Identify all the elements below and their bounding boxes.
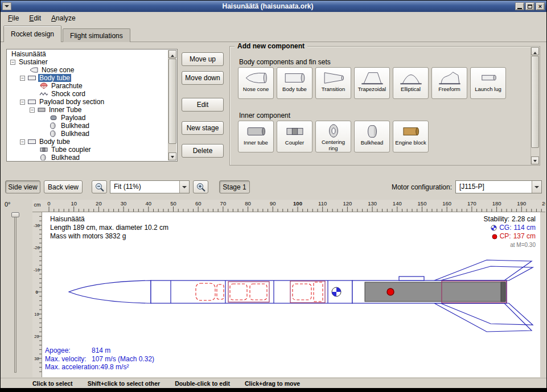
add-freeform-button[interactable]: Freeform bbox=[431, 67, 467, 99]
fin-lower bbox=[434, 303, 532, 332]
component-scrollbar-thumb[interactable] bbox=[531, 56, 539, 148]
zoom-in-button[interactable] bbox=[193, 180, 208, 193]
add-transition-button[interactable]: Transition bbox=[315, 67, 351, 99]
magnifier-icon bbox=[94, 182, 105, 192]
rotation-slider[interactable] bbox=[14, 212, 17, 373]
edit-button[interactable]: Edit bbox=[182, 98, 224, 112]
rotation-angle-label: 0° bbox=[5, 201, 11, 208]
tree-item-body-tube[interactable]: −Body tube bbox=[8, 138, 168, 146]
body-tube-icon bbox=[27, 98, 36, 105]
zoom-out-button[interactable] bbox=[92, 180, 107, 193]
motor-nozzle bbox=[501, 282, 505, 302]
add-trapezoidal-button[interactable]: Trapezoidal bbox=[354, 67, 390, 99]
tree-item-bulkhead[interactable]: Bulkhead bbox=[8, 154, 168, 160]
tree-item-shock-cord[interactable]: Shock cord bbox=[8, 90, 168, 98]
zoom-select[interactable]: Fit (11%) bbox=[110, 180, 190, 193]
maximize-button[interactable] bbox=[525, 2, 534, 10]
coupler-icon bbox=[39, 146, 48, 153]
vertical-ruler: -30-20-100102030 bbox=[32, 212, 42, 377]
tree-item-label: Shock cord bbox=[50, 90, 87, 98]
add-engine-block-button[interactable]: Engine block bbox=[393, 121, 429, 152]
tab-bar: Rocket design Flight simulations bbox=[3, 26, 131, 42]
rocket-name: Haisunäätä bbox=[50, 215, 168, 224]
scroll-up-icon[interactable] bbox=[531, 47, 539, 55]
add-bulkhead-button[interactable]: Bulkhead bbox=[354, 121, 390, 152]
component-button-label: Body tube bbox=[282, 86, 307, 92]
add-nose-cone-button[interactable]: Nose cone bbox=[238, 67, 274, 99]
titlebar[interactable]: Haisunäätä (haisunaata.ork) × bbox=[1, 1, 546, 12]
elliptical-fin-icon bbox=[398, 69, 423, 86]
move-up-button[interactable]: Move up bbox=[182, 52, 224, 66]
ruler-unit-label: cm bbox=[32, 200, 42, 212]
tree-expander-icon[interactable]: − bbox=[20, 100, 25, 105]
tree-item-bulkhead[interactable]: Bulkhead bbox=[8, 122, 168, 130]
add-launch-lug-button[interactable]: Launch lug bbox=[470, 67, 506, 99]
svg-text:100: 100 bbox=[293, 200, 302, 207]
rocket-info: Haisunäätä Length 189 cm, max. diameter … bbox=[50, 215, 168, 241]
motor-configuration-select[interactable]: [J115-P] bbox=[455, 180, 542, 193]
tree-item-label: Sustainer bbox=[18, 58, 49, 66]
scroll-down-icon[interactable] bbox=[168, 152, 176, 160]
menu-edit[interactable]: Edit bbox=[24, 13, 46, 24]
add-coupler-button[interactable]: Coupler bbox=[277, 121, 312, 152]
tree-item-sustainer[interactable]: −Sustainer bbox=[8, 58, 168, 66]
motor-configuration-value: [J115-P] bbox=[456, 181, 532, 193]
launch-lug-icon bbox=[476, 69, 501, 86]
delete-button[interactable]: Delete bbox=[182, 144, 224, 158]
apogee-row: Apogee:814 m bbox=[45, 346, 154, 355]
status-click-drag: Click+drag to move bbox=[245, 380, 300, 387]
add-centering-ring-button[interactable]: Centering ring bbox=[315, 121, 351, 152]
minimize-button[interactable] bbox=[515, 2, 524, 10]
tree-item-label: Payload bbox=[60, 114, 87, 122]
chevron-down-icon[interactable] bbox=[532, 181, 541, 193]
scroll-down-icon[interactable] bbox=[531, 156, 539, 164]
tree-expander-icon[interactable]: − bbox=[30, 108, 35, 113]
tree-item-parachute[interactable]: Parachute bbox=[8, 82, 168, 90]
add-body-tube-button[interactable]: Body tube bbox=[277, 67, 312, 99]
tree-item-body-tube[interactable]: −Body tube bbox=[8, 74, 168, 82]
component-panel-scrollbar[interactable] bbox=[530, 47, 539, 164]
payload-icon bbox=[49, 114, 58, 121]
scroll-up-icon[interactable] bbox=[168, 50, 176, 58]
tree-item-haisun-t[interactable]: Haisunäätä bbox=[8, 50, 168, 58]
component-button-label: Launch lug bbox=[475, 86, 501, 92]
tree-expander-icon[interactable]: − bbox=[20, 139, 25, 145]
chevron-down-icon[interactable] bbox=[179, 181, 189, 193]
rotation-slider-handle[interactable] bbox=[11, 212, 19, 217]
tree-expander-icon[interactable]: − bbox=[20, 76, 25, 81]
tree-item-inner-tube[interactable]: −Inner Tube bbox=[8, 106, 168, 114]
menubar: File Edit Analyze bbox=[1, 12, 546, 24]
side-view-button[interactable]: Side view bbox=[5, 180, 40, 193]
window-frame: Haisunäätä (haisunaata.ork) × File Edit … bbox=[0, 0, 547, 392]
menu-file[interactable]: File bbox=[3, 13, 24, 24]
add-inner-tube-button[interactable]: Inner tube bbox=[238, 121, 274, 152]
tree-item-payload[interactable]: Payload bbox=[8, 114, 168, 122]
tree-item-tube-coupler[interactable]: Tube coupler bbox=[8, 146, 168, 154]
rocket-canvas[interactable]: Haisunäätä Length 189 cm, max. diameter … bbox=[42, 212, 540, 377]
svg-text:150: 150 bbox=[418, 200, 427, 207]
stage-1-toggle[interactable]: Stage 1 bbox=[219, 180, 250, 193]
window-title: Haisunäätä (haisunaata.ork) bbox=[23, 2, 512, 10]
window-menu-icon[interactable] bbox=[2, 2, 11, 10]
add-elliptical-button[interactable]: Elliptical bbox=[393, 67, 429, 99]
svg-text:-10: -10 bbox=[34, 267, 40, 273]
tree-scrollbar[interactable] bbox=[168, 50, 176, 160]
move-down-button[interactable]: Move down bbox=[182, 71, 224, 85]
tree-scrollbar-thumb[interactable] bbox=[168, 59, 176, 144]
menu-analyze[interactable]: Analyze bbox=[46, 13, 81, 24]
svg-text:20: 20 bbox=[34, 334, 39, 339]
new-stage-button[interactable]: New stage bbox=[182, 121, 224, 135]
close-button[interactable]: × bbox=[536, 2, 545, 10]
motor-configuration-label: Motor configuration: bbox=[392, 183, 452, 191]
magnifier-plus-icon bbox=[196, 182, 206, 192]
tree-item-bulkhead[interactable]: Bulkhead bbox=[8, 130, 168, 138]
tab-rocket-design[interactable]: Rocket design bbox=[3, 26, 61, 42]
tab-flight-simulations[interactable]: Flight simulations bbox=[63, 28, 130, 42]
tree-expander-icon[interactable]: − bbox=[10, 60, 15, 65]
nose-cone-icon bbox=[244, 69, 269, 86]
svg-text:110: 110 bbox=[318, 200, 327, 207]
back-view-button[interactable]: Back view bbox=[44, 180, 83, 193]
horizontal-ruler: 0102030405060708090100110120130140150160… bbox=[42, 200, 545, 212]
tree-item-nose-cone[interactable]: Nose cone bbox=[8, 66, 168, 74]
tree-item-payload-body-section[interactable]: −Payload body section bbox=[8, 98, 168, 106]
